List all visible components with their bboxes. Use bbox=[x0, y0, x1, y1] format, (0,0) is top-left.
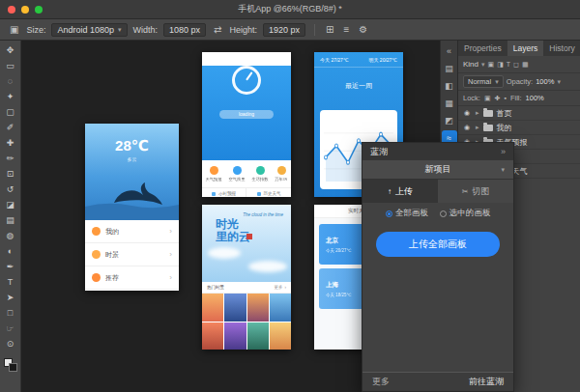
size-label: Size: bbox=[26, 25, 45, 35]
history-brush-tool[interactable]: ↺ bbox=[1, 182, 20, 197]
camera-icon bbox=[92, 250, 101, 259]
filter-smart-object-icon[interactable]: ▦ bbox=[522, 61, 529, 69]
temp-range: 今天 20/27℃ bbox=[326, 248, 352, 253]
week-title: 最近一周 bbox=[314, 81, 403, 91]
align-icon[interactable]: ⊞ bbox=[324, 24, 335, 35]
feature-item: 天气预报 bbox=[205, 166, 222, 182]
lanhu-empty-area bbox=[362, 257, 513, 372]
pen-tool[interactable]: ✒ bbox=[1, 259, 20, 274]
zoom-tool[interactable]: ⊙ bbox=[1, 336, 20, 351]
tab-upload[interactable]: ↑ 上传 bbox=[362, 180, 438, 203]
upload-all-artboards-button[interactable]: 上传全部画板 bbox=[376, 232, 500, 257]
hand-tool[interactable]: ☞ bbox=[1, 321, 20, 336]
filter-shape-icon[interactable]: ◻ bbox=[513, 61, 519, 69]
crop-tool[interactable]: ▢ bbox=[1, 104, 20, 120]
visibility-eye-icon[interactable]: ◉ bbox=[462, 109, 472, 117]
properties-panel-icon[interactable]: ▤ bbox=[442, 61, 457, 76]
layer-row[interactable]: ◉ ▸ 我的 bbox=[458, 121, 580, 135]
feature-item: 空气质量 bbox=[228, 166, 246, 182]
artboard-tool-icon: ▣ bbox=[8, 24, 20, 35]
cloud-shape bbox=[248, 261, 287, 272]
adjustments-panel-icon[interactable]: ◧ bbox=[442, 78, 457, 94]
expand-chevron-icon[interactable]: ▸ bbox=[476, 109, 479, 117]
tomorrow-temp: 明天 20/27℃ bbox=[368, 57, 397, 63]
tab-history[interactable]: History bbox=[543, 41, 580, 56]
clone-stamp-tool[interactable]: ⊡ bbox=[1, 166, 20, 182]
collapse-panels-icon[interactable]: « bbox=[442, 43, 457, 59]
brush-tool[interactable]: ✏ bbox=[1, 151, 20, 166]
moments-title-cn: 时光 里的云 bbox=[216, 218, 250, 243]
tab-layers[interactable]: Layers bbox=[508, 41, 544, 56]
filter-type-icon[interactable]: T bbox=[507, 61, 510, 68]
fill-label: Fill: bbox=[510, 94, 522, 102]
magic-wand-tool[interactable]: ✦ bbox=[1, 89, 20, 104]
fill-value[interactable]: 100% bbox=[526, 94, 544, 102]
lasso-tool[interactable]: ◌ bbox=[1, 73, 20, 89]
libraries-panel-icon[interactable]: ▦ bbox=[442, 96, 457, 111]
chevron-right-icon: › bbox=[285, 285, 287, 290]
photo-thumbnail bbox=[270, 322, 291, 350]
home-menu-moments: 时景 › bbox=[85, 243, 179, 266]
width-input[interactable]: 1080 px bbox=[163, 23, 206, 37]
size-select[interactable]: Android 1080p ▾ bbox=[51, 23, 127, 37]
air-quality-icon bbox=[233, 166, 242, 175]
clock-gauge-icon bbox=[232, 66, 261, 95]
swap-dimensions-icon[interactable]: ⇄ bbox=[212, 24, 223, 35]
distribute-icon[interactable]: ≡ bbox=[341, 24, 351, 35]
path-selection-tool[interactable]: ➤ bbox=[1, 290, 20, 305]
marquee-tool[interactable]: ▭ bbox=[1, 58, 20, 73]
opacity-value[interactable]: 100% bbox=[536, 77, 554, 86]
document-title: 手机App @66%(RGB/8#) * bbox=[0, 3, 580, 15]
kind-filter[interactable]: Kind bbox=[463, 60, 478, 69]
more-link[interactable]: 更多 bbox=[372, 376, 390, 388]
blend-mode-select[interactable]: Normal ▾ bbox=[463, 75, 504, 88]
artboard-moments[interactable]: The cloud in the time 时光 里的云 热门时景 更多 › bbox=[202, 205, 291, 350]
eraser-tool[interactable]: ◪ bbox=[1, 197, 20, 212]
collapse-panel-icon[interactable]: » bbox=[501, 147, 506, 156]
tab-properties[interactable]: Properties bbox=[458, 41, 508, 56]
lock-all-icon[interactable]: ▪ bbox=[504, 95, 506, 101]
dodge-tool[interactable]: ◐ bbox=[1, 243, 20, 259]
layer-row[interactable]: ◉ ▸ 首页 bbox=[458, 106, 580, 121]
eyedropper-tool[interactable]: ✐ bbox=[1, 120, 20, 135]
chevron-down-icon: ▾ bbox=[557, 78, 561, 86]
life-index-icon bbox=[256, 166, 265, 175]
temp-range: 今天 18/25℃ bbox=[326, 293, 352, 297]
type-tool[interactable]: T bbox=[1, 274, 20, 290]
photoshop-window: 手机App @66%(RGB/8#) * ▣ Size: Android 108… bbox=[0, 0, 580, 392]
tab-slice[interactable]: ✂ 切图 bbox=[438, 180, 513, 203]
height-input[interactable]: 1920 px bbox=[263, 23, 305, 37]
lock-position-icon[interactable]: ✚ bbox=[495, 95, 501, 102]
week-header: 今天 27/27℃ 明天 20/27℃ bbox=[314, 52, 403, 68]
filter-adjustment-icon[interactable]: ◨ bbox=[497, 61, 504, 69]
expand-chevron-icon[interactable]: ▸ bbox=[476, 124, 479, 131]
go-to-lanhu-link[interactable]: 前往蓝湖 bbox=[469, 376, 504, 388]
project-select[interactable]: 新项目 ▾ bbox=[362, 160, 513, 180]
settings-gear-icon[interactable]: ⚙ bbox=[357, 24, 369, 35]
calendar-icon bbox=[277, 166, 286, 175]
background-color-swatch[interactable] bbox=[9, 363, 17, 372]
blur-tool[interactable]: ◍ bbox=[1, 228, 20, 243]
link-item: 小时预报 bbox=[202, 188, 246, 197]
photo-thumbnail bbox=[247, 322, 269, 350]
radio-selected-artboards[interactable]: 选中的画板 bbox=[440, 208, 491, 219]
radio-all-artboards[interactable]: 全部画板 bbox=[386, 208, 428, 219]
move-tool[interactable]: ✥ bbox=[1, 42, 20, 58]
filter-pixel-icon[interactable]: ▣ bbox=[488, 61, 495, 69]
visibility-eye-icon[interactable]: ◉ bbox=[462, 124, 472, 131]
healing-brush-tool[interactable]: ✚ bbox=[1, 135, 20, 151]
lanhu-title: 蓝湖 bbox=[370, 146, 388, 158]
color-swatches[interactable] bbox=[3, 357, 18, 373]
artboard-loading[interactable]: loading 天气预报 空气质量 生活指数 万年历 bbox=[202, 52, 291, 197]
city-name: 上海 bbox=[326, 281, 352, 290]
menu-label: 推荐 bbox=[105, 273, 164, 283]
tool-palette: ✥ ▭ ◌ ✦ ▢ ✐ ✚ ✏ ⊡ ↺ ◪ ▤ ◍ ◐ ✒ T ➤ □ ☞ ⊙ bbox=[0, 41, 21, 392]
artboard-home[interactable]: 28℃ 多云 我的 › 时景 › 推荐 › bbox=[85, 124, 179, 291]
lock-transparency-icon[interactable]: ▣ bbox=[484, 95, 491, 102]
shape-tool[interactable]: □ bbox=[1, 305, 20, 321]
gradient-tool[interactable]: ▤ bbox=[1, 212, 20, 228]
red-seal-stamp bbox=[246, 234, 252, 239]
photo-grid bbox=[202, 294, 291, 350]
swatches-panel-icon[interactable]: ◩ bbox=[442, 113, 457, 128]
section-title: 热门时景 bbox=[207, 285, 224, 290]
